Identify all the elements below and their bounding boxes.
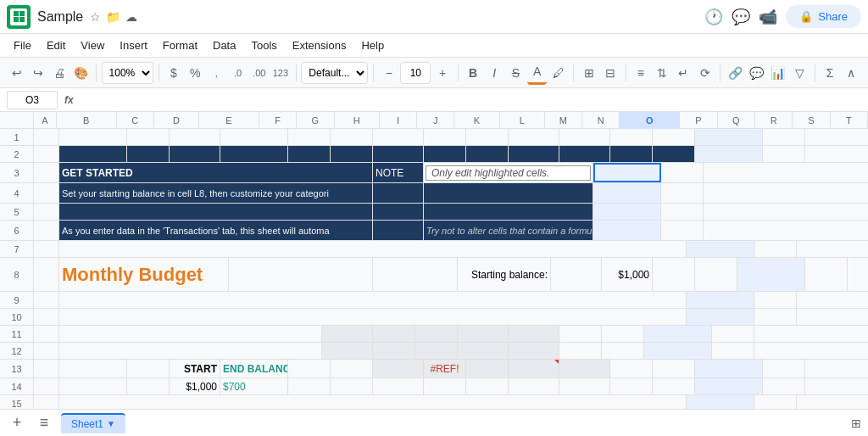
cell-I13-ref-error[interactable]: #REF! [424, 360, 466, 377]
merge-button[interactable]: ⊟ [600, 61, 620, 85]
cell-D14-start-val[interactable]: $1,000 [170, 378, 220, 394]
cell-A10[interactable] [34, 309, 59, 325]
cell-B8-title[interactable]: Monthly Budget [59, 258, 229, 291]
chart-button[interactable]: 📊 [768, 61, 787, 85]
cell-G13[interactable] [331, 360, 373, 377]
folder-icon[interactable]: 📁 [106, 10, 120, 24]
cell-O2[interactable] [695, 146, 763, 162]
cell-H14[interactable] [373, 378, 424, 394]
cell-J13[interactable] [466, 360, 509, 377]
valign-button[interactable]: ⇅ [653, 61, 672, 85]
menu-view[interactable]: View [74, 37, 111, 53]
cell-reference-input[interactable] [7, 91, 58, 109]
cell-H12[interactable] [322, 343, 373, 359]
cell-P12[interactable] [712, 343, 754, 359]
cell-J8-label[interactable]: Starting balance: [458, 258, 551, 291]
cell-H1[interactable] [373, 129, 424, 145]
cell-H4[interactable] [373, 183, 424, 203]
cell-A7[interactable] [34, 241, 59, 257]
cell-E14-end-val[interactable]: $700 [220, 378, 288, 394]
cell-B13[interactable] [59, 360, 127, 377]
col-C[interactable]: C [117, 112, 154, 129]
cell-A1[interactable] [34, 129, 59, 145]
cell-P7[interactable] [754, 241, 797, 257]
cell-B3-get-started[interactable]: GET STARTED [59, 163, 373, 182]
cell-A9[interactable] [34, 292, 59, 308]
align-button[interactable]: ≡ [631, 61, 650, 85]
cell-B11[interactable] [59, 326, 322, 342]
borders-button[interactable]: ⊞ [579, 61, 598, 85]
cell-I6-note2[interactable]: Try not to alter cells that contain a fo… [424, 221, 593, 240]
cell-E13-end-balance[interactable]: END BALANCE [220, 360, 288, 377]
cell-L14[interactable] [559, 378, 610, 394]
wrap-button[interactable]: ↵ [674, 61, 693, 85]
cell-O3-selected[interactable] [593, 163, 661, 182]
col-G[interactable]: G [297, 112, 334, 129]
menu-file[interactable]: File [7, 37, 38, 53]
cell-H13[interactable] [373, 360, 424, 377]
link-button[interactable]: 🔗 [726, 61, 745, 85]
cell-L13[interactable] [559, 360, 610, 377]
cell-N14[interactable] [653, 378, 695, 394]
cell-C14[interactable] [127, 378, 170, 394]
cell-C2[interactable] [127, 146, 170, 162]
cell-B9[interactable] [59, 292, 687, 308]
cell-B10[interactable] [59, 309, 687, 325]
cell-P14[interactable] [763, 378, 805, 394]
cell-H6[interactable] [373, 221, 424, 240]
cell-B7[interactable] [59, 241, 687, 257]
cell-N11[interactable] [602, 326, 644, 342]
col-D[interactable]: D [154, 112, 199, 129]
cell-O1[interactable] [695, 129, 763, 145]
more-button[interactable]: ∧ [842, 61, 861, 85]
cell-P13[interactable] [763, 360, 805, 377]
col-F[interactable]: F [259, 112, 297, 129]
comment-toolbar-button[interactable]: 💬 [747, 61, 766, 85]
cell-A15[interactable] [34, 395, 59, 409]
cell-P15[interactable] [754, 395, 797, 409]
cell-J14[interactable] [466, 378, 509, 394]
percent-button[interactable]: % [186, 61, 205, 85]
star-icon[interactable]: ☆ [90, 10, 101, 24]
cell-M14[interactable] [610, 378, 653, 394]
cell-L12[interactable] [509, 343, 559, 359]
comma-button[interactable]: , [207, 61, 226, 85]
menu-extensions[interactable]: Extensions [286, 37, 353, 53]
font-size-increase-button[interactable]: + [432, 61, 452, 85]
sheet1-tab[interactable]: Sheet1 ▼ [61, 413, 125, 433]
highlight-color-button[interactable]: 🖊 [548, 61, 568, 85]
number-format-button[interactable]: 123 [270, 61, 290, 85]
cell-E1[interactable] [220, 129, 288, 145]
currency-button[interactable]: $ [164, 61, 183, 85]
cell-A4[interactable] [34, 183, 59, 203]
cell-G14[interactable] [331, 378, 373, 394]
paint-format-button[interactable]: 🎨 [71, 61, 91, 85]
cell-F13[interactable] [288, 360, 331, 377]
cell-M1[interactable] [610, 129, 653, 145]
cell-O5[interactable] [593, 204, 661, 220]
cell-I11[interactable] [373, 326, 415, 342]
cell-A12[interactable] [34, 343, 59, 359]
cell-A13[interactable] [34, 360, 59, 377]
print-button[interactable]: 🖨 [49, 61, 69, 85]
italic-button[interactable]: I [485, 61, 504, 85]
col-L[interactable]: L [500, 112, 545, 129]
cell-D13-start[interactable]: START [170, 360, 220, 377]
cell-E2[interactable] [220, 146, 288, 162]
cell-N1[interactable] [653, 129, 695, 145]
col-J[interactable]: J [417, 112, 454, 129]
cell-L1[interactable] [559, 129, 610, 145]
formula-input[interactable] [81, 91, 861, 109]
cell-F1[interactable] [288, 129, 331, 145]
cell-H11[interactable] [322, 326, 373, 342]
cell-A8[interactable] [34, 258, 59, 291]
cell-B15[interactable] [59, 395, 687, 409]
cell-O10[interactable] [687, 309, 754, 325]
font-size-decrease-button[interactable]: − [379, 61, 398, 85]
col-I[interactable]: I [380, 112, 417, 129]
cell-L8-value[interactable]: $1,000 [602, 258, 653, 291]
cell-H3-note[interactable]: NOTE [373, 163, 424, 182]
share-button[interactable]: 🔒 Share [786, 5, 861, 28]
cell-B5[interactable] [59, 204, 373, 220]
strikethrough-button[interactable]: S [506, 61, 526, 85]
